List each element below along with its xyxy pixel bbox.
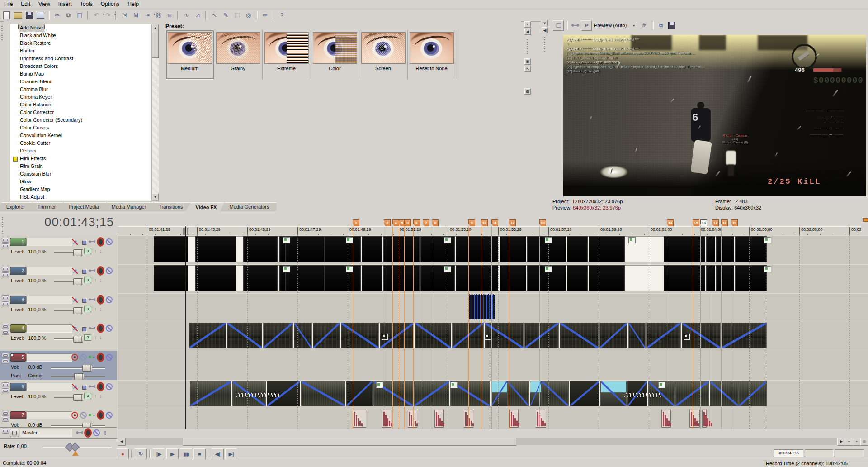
scrollbar-thumb[interactable] bbox=[152, 31, 159, 58]
fader-slider[interactable] bbox=[54, 281, 81, 282]
fader-slider[interactable] bbox=[51, 367, 105, 368]
video-event[interactable] bbox=[491, 381, 507, 406]
fader-slider[interactable] bbox=[54, 252, 81, 253]
menu-view[interactable]: View bbox=[34, 0, 54, 9]
video-event[interactable] bbox=[263, 323, 293, 348]
make-compositing-child-icon[interactable]: ↑ bbox=[94, 248, 97, 254]
fader-slider[interactable] bbox=[51, 376, 105, 377]
preview-quality-dropdown[interactable]: Preview (Auto) bbox=[592, 23, 628, 28]
composite-mode-icon[interactable]: α bbox=[84, 393, 91, 399]
pause-button[interactable]: ▮▮ bbox=[180, 448, 192, 459]
preset-color[interactable]: Color bbox=[311, 30, 359, 79]
solo-button[interactable]: ! bbox=[114, 296, 117, 303]
rate-slider-handle-right[interactable] bbox=[71, 443, 80, 452]
collapse-buttons[interactable] bbox=[2, 353, 9, 363]
copy-snapshot-icon[interactable]: ⧉ bbox=[656, 21, 666, 30]
invert-phase-button[interactable] bbox=[80, 412, 87, 419]
automation-settings-button[interactable] bbox=[89, 383, 95, 390]
marker-2[interactable]: 2 bbox=[384, 219, 391, 226]
video-event[interactable] bbox=[325, 265, 361, 291]
split-trim-tool-button[interactable]: ∿ bbox=[181, 10, 192, 20]
window-dock-icon[interactable]: ⊟ bbox=[524, 88, 531, 95]
video-event[interactable] bbox=[739, 381, 767, 406]
video-event[interactable] bbox=[500, 236, 526, 262]
save-project-button[interactable] bbox=[24, 10, 34, 20]
bypass-motion-blur-button[interactable]: ↗ bbox=[71, 325, 78, 332]
video-event[interactable] bbox=[507, 381, 529, 406]
video-event[interactable] bbox=[227, 323, 262, 348]
mute-button[interactable] bbox=[106, 238, 113, 245]
video-event[interactable] bbox=[286, 265, 325, 291]
track-number[interactable]: 1 bbox=[10, 238, 26, 246]
fx-list-item[interactable]: Gaussian Blur bbox=[10, 170, 152, 178]
track-name-field[interactable] bbox=[26, 324, 72, 333]
rate-slider[interactable] bbox=[43, 447, 112, 447]
minimize-track-icon[interactable] bbox=[2, 324, 9, 329]
open-project-button[interactable] bbox=[13, 10, 23, 20]
mute-button[interactable] bbox=[106, 354, 113, 361]
video-event[interactable] bbox=[325, 236, 361, 262]
slider-thumb[interactable] bbox=[73, 249, 83, 256]
restore-track-icon[interactable] bbox=[2, 330, 9, 335]
marker-tool-flag-icon[interactable] bbox=[863, 218, 867, 224]
track-header-2[interactable]: 2↗!Level:100,0 %α↑↓ bbox=[0, 264, 117, 294]
scrollbar-thumb[interactable] bbox=[183, 438, 516, 446]
play-from-start-button[interactable]: |▶ bbox=[153, 448, 165, 459]
marker-4[interactable]: 4 bbox=[392, 219, 399, 226]
rate-marker-icon[interactable] bbox=[72, 451, 79, 456]
bypass-motion-blur-button[interactable]: ↗ bbox=[71, 238, 78, 245]
mute-button[interactable] bbox=[106, 325, 113, 332]
event-fx-icon[interactable] bbox=[444, 266, 451, 272]
zoom-in-icon[interactable]: + bbox=[853, 438, 861, 446]
fader-slider[interactable] bbox=[54, 338, 81, 339]
video-event[interactable] bbox=[313, 323, 340, 348]
preset-extreme[interactable]: Extreme bbox=[262, 30, 311, 79]
track-fx-button[interactable] bbox=[97, 383, 104, 390]
track-name-field[interactable] bbox=[26, 383, 72, 391]
video-event[interactable] bbox=[716, 265, 734, 291]
collapse-buttons[interactable] bbox=[2, 324, 9, 334]
track-row-6[interactable] bbox=[118, 380, 868, 409]
slider-thumb[interactable] bbox=[74, 373, 84, 380]
video-event[interactable] bbox=[195, 265, 236, 291]
track-number[interactable]: 6 bbox=[10, 383, 26, 391]
video-event[interactable] bbox=[362, 265, 382, 291]
video-event[interactable] bbox=[456, 236, 498, 262]
timeline-ruler[interactable]: 00:01:41;2900:01:43;2900:01:45;2900:01:4… bbox=[118, 226, 861, 236]
selection-timecode-box[interactable]: 00:01:43;15 bbox=[774, 449, 803, 457]
video-event[interactable] bbox=[570, 381, 599, 406]
audio-event[interactable] bbox=[689, 410, 700, 428]
automation-settings-button[interactable]: ▼ bbox=[89, 354, 95, 361]
tab-media-manager[interactable]: Media Manager bbox=[102, 202, 153, 211]
zoom-tool-icon[interactable]: ◎ bbox=[860, 438, 868, 446]
fader-slider[interactable] bbox=[54, 310, 81, 311]
solo-button[interactable]: ! bbox=[114, 412, 117, 419]
paste-button[interactable]: ▤ bbox=[75, 10, 85, 20]
copy-button[interactable]: ⧉ bbox=[63, 10, 74, 20]
audio-event[interactable] bbox=[702, 410, 707, 428]
make-compositing-child-icon[interactable]: ↑ bbox=[94, 334, 97, 341]
compositing-down-icon[interactable]: ↓ bbox=[99, 393, 102, 399]
tab-transitions[interactable]: Transitions bbox=[149, 202, 190, 211]
make-compositing-child-icon[interactable]: ↑ bbox=[94, 306, 97, 312]
automation-settings-button[interactable] bbox=[89, 238, 95, 245]
paint-tool-button[interactable]: ✏ bbox=[260, 10, 270, 20]
track-name-field[interactable] bbox=[26, 238, 72, 246]
marker-7[interactable]: 7 bbox=[423, 219, 429, 226]
undock-icon[interactable]: ◀ bbox=[524, 29, 531, 35]
record-button[interactable]: ● bbox=[117, 448, 129, 459]
dock-grip[interactable] bbox=[1, 24, 3, 42]
fader-slider[interactable] bbox=[51, 425, 105, 426]
master-automation-icon[interactable] bbox=[76, 429, 83, 436]
compositing-down-icon[interactable]: ↓ bbox=[99, 277, 102, 283]
menu-help[interactable]: Help bbox=[123, 0, 143, 9]
mute-button[interactable] bbox=[106, 296, 113, 303]
fx-list-item[interactable]: HSL Adjust bbox=[10, 193, 152, 201]
marker-18[interactable]: 18 bbox=[721, 219, 728, 226]
timeline-tracks-area[interactable] bbox=[118, 235, 868, 429]
preset-grainy[interactable]: Grainy bbox=[214, 30, 263, 79]
selection-length-box[interactable] bbox=[805, 449, 834, 457]
event-fx-icon[interactable] bbox=[376, 382, 383, 388]
track-fx-button[interactable] bbox=[97, 325, 104, 332]
selection-end-box[interactable] bbox=[835, 449, 864, 457]
